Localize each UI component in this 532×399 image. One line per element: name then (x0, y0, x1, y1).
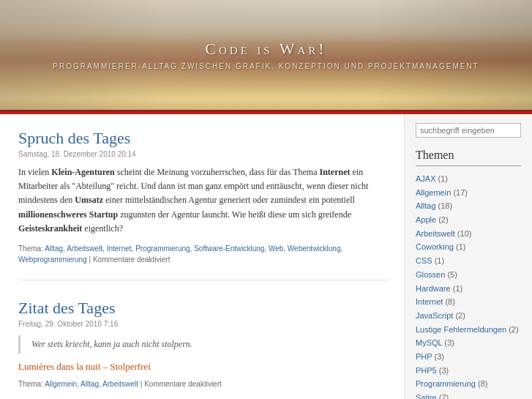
post-2-lumiere-link[interactable]: Lumières dans la nuit – Stolperfrei (18, 361, 151, 372)
list-item: Hardware (1) (416, 282, 521, 296)
post-1-content: In vielen Klein-Agenturen scheint die Me… (18, 165, 389, 236)
tag-webentwicklung[interactable]: Webentwicklung (288, 245, 341, 253)
theme-ajax[interactable]: AJAX (416, 174, 436, 183)
post-1-tags: Thema: Alltag, Arbeitswelt, Internet, Pr… (18, 243, 389, 265)
theme-glossen[interactable]: Glossen (416, 270, 445, 279)
sidebar: Themen AJAX (1) Allgemein (17) Alltag (1… (404, 114, 532, 399)
post-1: Spruch des Tages Samstag, 18. Dezember 2… (18, 129, 389, 280)
list-item: Arbeitswelt (10) (416, 227, 521, 241)
tag-alltag[interactable]: Alltag (45, 245, 63, 253)
theme-javascript[interactable]: JavaScript (416, 311, 453, 320)
site-subtitle: Programmierer-Alltag zwischen Grafik, Ko… (53, 62, 479, 70)
themes-section: Themen AJAX (1) Allgemein (17) Alltag (1… (416, 149, 521, 399)
theme-internet[interactable]: Internet (416, 297, 443, 306)
theme-coworking[interactable]: Coworking (416, 242, 454, 251)
list-item: AJAX (1) (416, 172, 521, 186)
list-item: Satire (7) (416, 391, 521, 399)
theme-programmierung[interactable]: Programmierung (416, 379, 476, 388)
tag-webprogrammierung[interactable]: Webprogrammierung (18, 256, 87, 264)
post-2: Zitat des Tages Freitag, 29. Oktober 201… (18, 299, 389, 399)
post-2-quote: Wer stets kriecht, kann ja auch nicht st… (18, 335, 389, 354)
theme-arbeitswelt[interactable]: Arbeitswelt (416, 229, 455, 238)
post-2-date: Freitag, 29. Oktober 2010 7:16 (18, 320, 389, 328)
list-item: Internet (8) (416, 295, 521, 309)
theme-apple[interactable]: Apple (416, 215, 436, 224)
site-header: Code is War! Programmierer-Alltag zwisch… (0, 0, 532, 110)
main-wrapper: Spruch des Tages Samstag, 18. Dezember 2… (0, 114, 532, 399)
list-item: Alltag (18) (416, 199, 521, 213)
post-1-bold-1: Klein-Agenturen (51, 167, 114, 177)
search-input[interactable] (416, 123, 521, 138)
post-2-link-wrapper: Lumières dans la nuit – Stolperfrei (18, 361, 389, 373)
list-item: CSS (1) (416, 254, 521, 268)
themes-title: Themen (416, 149, 521, 162)
post-1-bold-2: Internet (319, 167, 350, 177)
post-2-tags: Thema: Allgemein, Alltag, Arbeitswelt | … (18, 379, 389, 389)
list-item: JavaScript (2) (416, 309, 521, 323)
list-item: Programmierung (8) (416, 377, 521, 391)
post-2-title: Zitat des Tages (18, 299, 389, 318)
theme-lustige-fehlermeldungen[interactable]: Lustige Fehlermeldungen (416, 325, 506, 334)
list-item: PHP (3) (416, 350, 521, 364)
list-item: MySQL (3) (416, 336, 521, 350)
list-item: Apple (2) (416, 213, 521, 227)
themes-divider (416, 165, 521, 166)
tag-software-entwicklung[interactable]: Software-Entwicklung (194, 245, 264, 253)
search-box (416, 123, 521, 138)
theme-hardware[interactable]: Hardware (416, 284, 451, 293)
theme-css[interactable]: CSS (416, 256, 432, 265)
tag-web[interactable]: Web (269, 245, 283, 253)
post-1-bold-3: Umsatz (75, 195, 103, 205)
post-1-date: Samstag, 18. Dezember 2010 20:14 (18, 150, 389, 158)
list-item: PHP5 (3) (416, 364, 521, 378)
theme-alltag[interactable]: Alltag (416, 201, 436, 210)
site-title: Code is War! (205, 40, 326, 59)
tag2-alltag[interactable]: Alltag (80, 380, 99, 388)
list-item: Glossen (5) (416, 268, 521, 282)
tag2-allgemein[interactable]: Allgemein (45, 380, 77, 388)
tag2-arbeitswelt[interactable]: Arbeitswelt (102, 380, 138, 388)
theme-php5[interactable]: PHP5 (416, 366, 437, 375)
post-1-bold-5: Geisteskrankheit (18, 223, 82, 234)
tag-programmierung[interactable]: Programmierung (135, 245, 190, 253)
tag-arbeitswelt[interactable]: Arbeitswelt (67, 245, 102, 253)
theme-php[interactable]: PHP (416, 352, 432, 361)
list-item: Lustige Fehlermeldungen (2) (416, 323, 521, 337)
theme-mysql[interactable]: MySQL (416, 338, 442, 347)
list-item: Coworking (1) (416, 240, 521, 254)
content-area: Spruch des Tages Samstag, 18. Dezember 2… (0, 114, 404, 399)
post-2-title-link[interactable]: Zitat des Tages (18, 299, 115, 317)
theme-satire[interactable]: Satire (416, 393, 437, 399)
theme-allgemein[interactable]: Allgemein (416, 188, 451, 197)
theme-list: AJAX (1) Allgemein (17) Alltag (18) Appl… (416, 172, 521, 399)
tag-internet[interactable]: Internet (107, 245, 132, 253)
post-1-title: Spruch des Tages (18, 129, 389, 148)
post-1-title-link[interactable]: Spruch des Tages (18, 129, 130, 147)
list-item: Allgemein (17) (416, 186, 521, 200)
post-1-bold-4: millionenschweres Startup (18, 209, 118, 220)
